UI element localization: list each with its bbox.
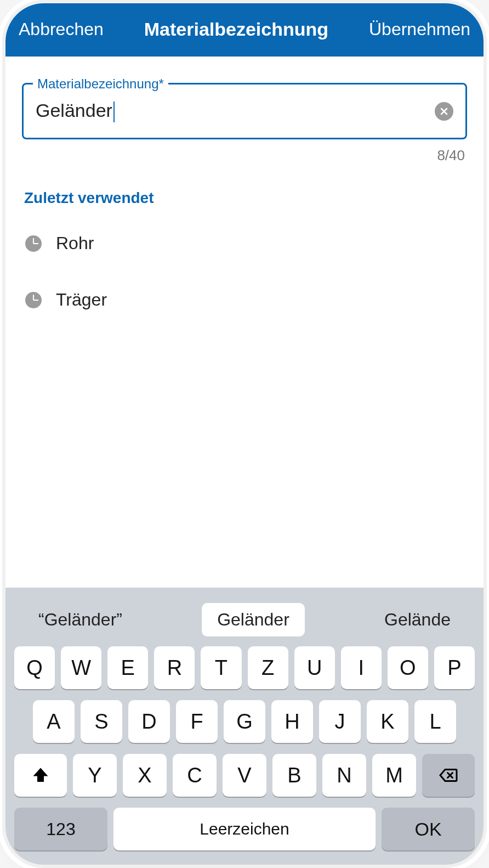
key-y[interactable]: Y — [73, 754, 117, 797]
clock-icon — [25, 235, 42, 252]
key-v[interactable]: V — [223, 754, 266, 797]
clear-input-button[interactable] — [435, 102, 453, 121]
recent-list: Rohr Träger — [22, 223, 467, 320]
key-z[interactable]: Z — [248, 646, 288, 689]
key-l[interactable]: L — [414, 700, 456, 743]
shift-icon — [31, 765, 50, 785]
key-backspace[interactable] — [422, 754, 475, 797]
recent-item-label: Rohr — [56, 233, 94, 253]
key-k[interactable]: K — [367, 700, 408, 743]
keyboard: “Geländer” Geländer Gelände Q W E R T Z … — [5, 588, 484, 865]
keyboard-row-2: A S D F G H J K L — [10, 700, 479, 743]
key-h[interactable]: H — [271, 700, 313, 743]
key-e[interactable]: E — [107, 646, 148, 689]
key-numbers[interactable]: 123 — [14, 808, 107, 850]
material-input[interactable]: Geländer — [36, 100, 435, 122]
cancel-button[interactable]: Abbrechen — [19, 19, 104, 40]
key-q[interactable]: Q — [14, 646, 55, 689]
keyboard-row-1: Q W E R T Z U I O P — [10, 646, 479, 689]
recent-item[interactable]: Rohr — [22, 223, 467, 263]
key-i[interactable]: I — [341, 646, 382, 689]
recent-section-title: Zuletzt verwendet — [24, 189, 467, 207]
key-p[interactable]: P — [434, 646, 475, 689]
backspace-icon — [439, 765, 458, 785]
key-space[interactable]: Leerzeichen — [113, 808, 376, 850]
key-r[interactable]: R — [154, 646, 195, 689]
phone-frame: Abbrechen Materialbezeichnung Übernehmen… — [5, 3, 484, 865]
keyboard-row-4: 123 Leerzeichen OK — [10, 808, 479, 850]
text-cursor — [113, 102, 115, 122]
material-field-wrap: Materialbezeichnung* Geländer — [22, 83, 467, 139]
key-c[interactable]: C — [173, 754, 217, 797]
recent-item-label: Träger — [56, 290, 107, 310]
material-field-label: Materialbezeichnung* — [33, 76, 168, 92]
char-counter: 8/40 — [22, 147, 465, 164]
key-a[interactable]: A — [33, 700, 75, 743]
recent-item[interactable]: Träger — [22, 280, 467, 320]
modal-title: Materialbezeichnung — [144, 19, 328, 40]
suggestion-primary[interactable]: Geländer — [202, 603, 305, 636]
suggestion-quoted[interactable]: “Geländer” — [23, 603, 138, 636]
key-shift[interactable] — [14, 754, 67, 797]
key-j[interactable]: J — [319, 700, 361, 743]
key-t[interactable]: T — [201, 646, 241, 689]
key-x[interactable]: X — [123, 754, 167, 797]
key-f[interactable]: F — [176, 700, 218, 743]
key-d[interactable]: D — [128, 700, 170, 743]
suggestion-bar: “Geländer” Geländer Gelände — [10, 595, 479, 646]
modal-header: Abbrechen Materialbezeichnung Übernehmen — [5, 3, 484, 57]
content-area: Materialbezeichnung* Geländer 8/40 Zulet… — [5, 57, 484, 588]
key-o[interactable]: O — [388, 646, 428, 689]
key-g[interactable]: G — [224, 700, 265, 743]
key-ok[interactable]: OK — [382, 808, 475, 850]
key-u[interactable]: U — [294, 646, 335, 689]
close-icon — [440, 107, 448, 116]
clock-icon — [25, 292, 42, 308]
key-s[interactable]: S — [81, 700, 122, 743]
suggestion-alt[interactable]: Gelände — [369, 603, 466, 636]
keyboard-row-3: Y X C V B N M — [10, 754, 479, 797]
key-m[interactable]: M — [372, 754, 416, 797]
key-n[interactable]: N — [322, 754, 366, 797]
key-b[interactable]: B — [272, 754, 316, 797]
accept-button[interactable]: Übernehmen — [369, 19, 470, 40]
key-w[interactable]: W — [61, 646, 101, 689]
